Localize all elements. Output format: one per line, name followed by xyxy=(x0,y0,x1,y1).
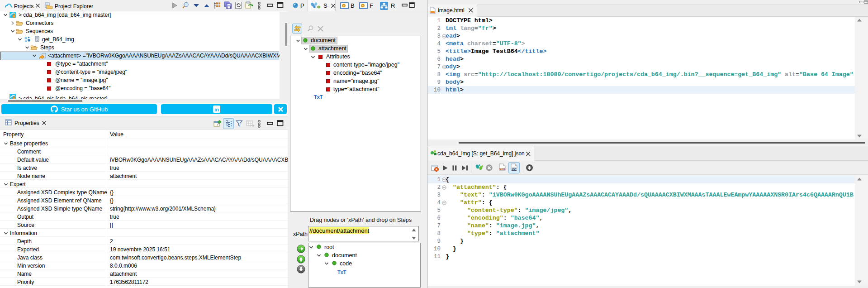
svg-text:JSON: JSON xyxy=(511,168,517,171)
svg-text:in: in xyxy=(214,107,219,112)
svg-text:xml: xml xyxy=(499,167,505,171)
